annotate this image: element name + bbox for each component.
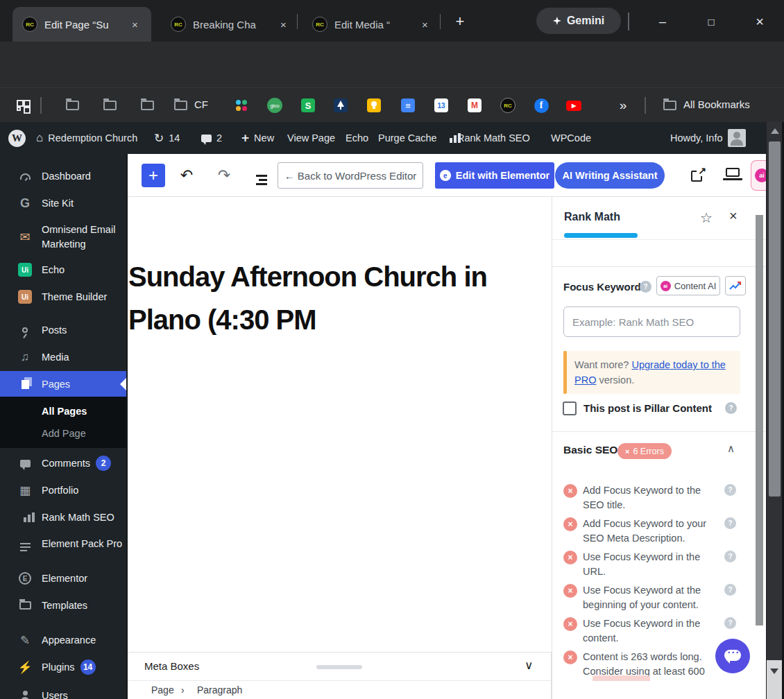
ai-writing-assistant-button[interactable]: AI Writing Assistant [555, 162, 665, 189]
google-calendar-bookmark-icon[interactable]: 13 [433, 97, 450, 114]
preview-device-icon[interactable] [723, 166, 742, 182]
sidebar-item-site-kit[interactable]: GSite Kit [0, 190, 126, 216]
scrollbar-thumb[interactable] [769, 141, 781, 497]
tree-bookmark-icon[interactable] [332, 97, 349, 114]
all-bookmarks-folder-icon[interactable] [661, 97, 678, 114]
window-close-button[interactable]: × [748, 10, 772, 33]
back-to-wp-editor-button[interactable]: ← Back to WordPress Editor [278, 162, 423, 189]
google-docs-bookmark-icon[interactable]: ≡ [400, 97, 416, 114]
sidebar-item-portfolio[interactable]: ▦Portfolio [0, 477, 126, 503]
sidebar-item-dashboard[interactable]: Dashboard [0, 163, 126, 189]
admin-bar-echo[interactable]: Echo [346, 122, 368, 154]
youtube-bookmark-icon[interactable]: ▶ [565, 97, 582, 114]
panel-scrollbar[interactable] [756, 215, 763, 625]
breadcrumb-page[interactable]: Page [151, 684, 174, 696]
help-icon[interactable]: ? [724, 551, 736, 562]
pillar-content-checkbox[interactable] [563, 402, 577, 415]
window-minimize-button[interactable]: – [651, 10, 674, 33]
tab-edit-page[interactable]: RC Edit Page “Su × [12, 7, 151, 42]
redo-button[interactable]: ↷ [214, 165, 235, 186]
bookmark-folder-cf-icon[interactable] [172, 97, 189, 114]
sidebar-item-add-page[interactable]: Add Page [42, 428, 86, 439]
apps-grid-icon[interactable] [14, 97, 31, 114]
help-icon[interactable]: ? [724, 584, 736, 596]
admin-bar-new[interactable]: + New [241, 122, 274, 154]
sidebar-item-media[interactable]: ♫Media [0, 344, 126, 370]
page-title[interactable]: Sunday Afternoon Church in Plano (4:30 P… [128, 255, 518, 341]
sidebar-item-plugins[interactable]: ⚡Plugins14 [0, 654, 126, 680]
block-inserter-button[interactable]: + [142, 164, 165, 187]
help-icon[interactable]: ? [724, 517, 736, 529]
undo-button[interactable]: ↶ [176, 165, 197, 186]
close-icon[interactable]: × [729, 208, 738, 224]
scroll-down-arrow[interactable] [770, 668, 778, 674]
admin-bar-rank-math[interactable]: Rank Math SEO [450, 122, 530, 154]
all-bookmarks-label[interactable]: All Bookmarks [683, 98, 750, 110]
bookmark-folder[interactable] [139, 97, 155, 114]
meta-boxes-label: Meta Boxes [144, 660, 199, 672]
sidebar-item-element-pack[interactable]: Element Pack Pro [0, 530, 126, 557]
sidebar-item-templates[interactable]: Templates [0, 592, 126, 619]
help-icon[interactable]: ? [724, 617, 736, 629]
browser-scrollbar[interactable] [766, 122, 784, 699]
admin-bar-wpcode[interactable]: WPCode [551, 122, 591, 154]
bookmarks-overflow-icon[interactable]: » [615, 97, 631, 114]
star-icon[interactable]: ☆ [700, 209, 713, 226]
tab-close-icon[interactable]: × [422, 19, 428, 31]
admin-bar-account[interactable]: Howdy, Info [670, 122, 746, 154]
new-tab-button[interactable]: + [450, 11, 470, 32]
admin-bar-site-name[interactable]: ⌂ Redemption Church [36, 122, 137, 154]
content-ai-button[interactable]: ai Content AI [656, 276, 720, 295]
sidebar-item-comments[interactable]: Comments2 [0, 450, 126, 476]
sidebar-item-theme-builder[interactable]: UiTheme Builder [0, 284, 126, 310]
breadcrumb-paragraph[interactable]: Paragraph [197, 684, 242, 696]
admin-bar-purge-cache[interactable]: Purge Cache [378, 122, 437, 154]
chevron-down-icon[interactable]: ∨ [525, 658, 533, 673]
sidebar-item-omnisend[interactable]: ✉Omnisend Email Marketing [0, 219, 126, 255]
meta-boxes-bar[interactable]: Meta Boxes ∨ [128, 652, 552, 680]
facebook-bookmark-icon[interactable]: f [533, 97, 549, 114]
subsplash-bookmark-icon[interactable]: S [300, 97, 316, 114]
sidebar-item-elementor[interactable]: EElementor [0, 565, 126, 592]
google-keep-bookmark-icon[interactable] [366, 97, 382, 114]
editor-canvas[interactable]: Sunday Afternoon Church in Plano (4:30 P… [128, 197, 552, 652]
tab-breaking-cha[interactable]: RC Breaking Cha × [161, 7, 294, 42]
admin-bar-view-page[interactable]: View Page [287, 122, 335, 154]
content-ai-tab[interactable]: ai [751, 160, 767, 191]
wp-logo-icon[interactable]: W [8, 122, 26, 154]
slack-bookmark-icon[interactable] [233, 97, 250, 114]
chat-widget-button[interactable] [715, 639, 750, 673]
focus-keyword-input[interactable] [563, 307, 740, 337]
external-link-icon[interactable]: ↗ [691, 166, 706, 182]
scroll-up-arrow[interactable] [771, 128, 779, 134]
sidebar-item-all-pages[interactable]: All Pages [42, 406, 87, 417]
gemini-button[interactable]: Gemini [536, 8, 621, 34]
tab-close-icon[interactable]: × [132, 19, 138, 31]
sidebar-item-echo[interactable]: UiEcho [0, 257, 126, 283]
help-icon[interactable]: ? [725, 402, 737, 414]
sidebar-item-rank-math[interactable]: Rank Math SEO [0, 504, 126, 530]
list-view-button[interactable] [251, 165, 272, 186]
trends-button[interactable] [725, 276, 746, 295]
sidebar-item-pages[interactable]: Pages [0, 371, 126, 397]
tab-edit-media[interactable]: RC Edit Media “ × [302, 7, 436, 42]
edit-with-elementor-button[interactable]: e Edit with Elementor [435, 162, 554, 189]
gmail-bookmark-icon[interactable]: M [466, 97, 483, 114]
sidebar-item-appearance[interactable]: ✎Appearance [0, 627, 126, 653]
collapse-chevron-icon[interactable]: ∧ [727, 442, 735, 455]
admin-bar-comments[interactable]: 2 [201, 122, 222, 154]
bookmark-folder[interactable] [64, 97, 80, 114]
admin-bar-updates[interactable]: ↻ 14 [154, 122, 180, 154]
tab-close-icon[interactable]: × [280, 19, 287, 31]
window-maximize-button[interactable]: □ [699, 10, 723, 33]
sidebar-item-users[interactable]: Users [0, 682, 126, 699]
help-icon[interactable]: ? [640, 281, 651, 293]
sidebar-item-posts[interactable]: Posts [0, 317, 126, 343]
help-icon[interactable]: ? [724, 484, 736, 496]
resize-drag-handle[interactable] [316, 665, 362, 669]
bookmark-folder[interactable] [101, 97, 118, 114]
scrollbar-bottom[interactable] [767, 660, 783, 699]
gloo-bookmark-icon[interactable]: gloo [266, 97, 283, 114]
bookmark-folder-cf-label[interactable]: CF [194, 98, 208, 110]
rc-site-bookmark-icon[interactable]: RC [500, 97, 516, 114]
